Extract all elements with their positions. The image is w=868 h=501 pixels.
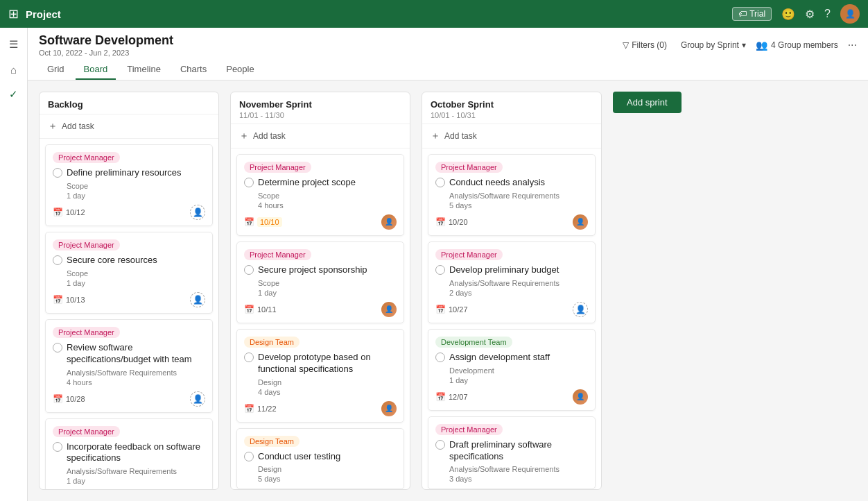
task-card[interactable]: Project ManagerSecure core resourcesScop… <box>45 232 213 314</box>
add-task-row-backlog[interactable]: ＋Add task <box>40 114 218 139</box>
task-card[interactable]: Project ManagerSecure project sponsorshi… <box>236 241 404 323</box>
card-title: Secure project sponsorship <box>258 264 367 276</box>
card-title-row: Review software specifications/budget wi… <box>53 342 205 366</box>
task-card[interactable]: Project ManagerDevelop preliminary budge… <box>428 241 596 323</box>
card-checkbox[interactable] <box>244 265 254 275</box>
calendar-icon: 📅 <box>53 394 63 404</box>
card-checkbox[interactable] <box>53 168 62 178</box>
card-duration: 2 days <box>449 289 588 297</box>
card-title-row: Develop prototype based on functional sp… <box>244 352 397 375</box>
card-checkbox[interactable] <box>244 452 254 461</box>
emoji-icon[interactable]: 🙂 <box>781 8 795 21</box>
settings-icon[interactable]: ⚙ <box>805 8 815 21</box>
card-date-value: 12/07 <box>449 393 468 401</box>
card-duration: 1 day <box>258 289 397 297</box>
card-duration: 3 days <box>449 475 588 483</box>
card-checkbox[interactable] <box>244 353 254 362</box>
tab-board[interactable]: Board <box>76 60 116 80</box>
avatar-placeholder: 👤 <box>190 205 205 220</box>
card-duration: 5 days <box>449 201 588 210</box>
card-sub: Scope <box>258 279 397 287</box>
more-options-icon[interactable]: ··· <box>848 39 857 51</box>
column-title-november: November Sprint <box>239 99 401 110</box>
project-title: Software Development <box>39 33 173 48</box>
tab-charts[interactable]: Charts <box>172 60 215 80</box>
add-task-row-october[interactable]: ＋Add task <box>422 124 601 148</box>
task-card[interactable]: Design TeamConduct user testingDesign5 d… <box>236 428 404 489</box>
help-icon[interactable]: ? <box>824 8 831 20</box>
filter-icon: ▽ <box>623 40 629 50</box>
card-checkbox[interactable] <box>53 343 62 353</box>
trial-label: Trial <box>749 9 765 19</box>
task-card[interactable]: Project ManagerDraft preliminary softwar… <box>428 416 596 489</box>
card-date: 📅10/20 <box>435 217 468 227</box>
add-task-label-october: Add task <box>444 131 477 141</box>
card-checkbox[interactable] <box>53 442 62 452</box>
card-date: 📅10/10 <box>244 217 282 227</box>
avatar-placeholder: 👤 <box>190 391 205 407</box>
card-tag: Project Manager <box>53 426 120 437</box>
group-members-button[interactable]: 👥 4 Group members <box>756 40 838 51</box>
task-card[interactable]: Project ManagerIncorporate feedback on s… <box>45 418 213 489</box>
card-checkbox[interactable] <box>244 178 254 187</box>
column-header-november: November Sprint11/01 - 11/30 <box>231 92 410 124</box>
card-date-value: 10/27 <box>449 305 468 314</box>
card-tag: Project Manager <box>435 249 503 260</box>
card-title-row: Determine project scope <box>244 177 397 189</box>
tab-people[interactable]: People <box>218 60 262 80</box>
card-footer: 📅10/28👤 <box>53 391 205 407</box>
sidebar-menu-icon[interactable]: ☰ <box>3 33 25 56</box>
card-tag: Project Manager <box>53 152 120 163</box>
filters-button[interactable]: ▽ Filters (0) <box>618 39 671 51</box>
card-sub: Analysis/Software Requirements <box>449 465 588 473</box>
project-title-row: Software Development Oct 10, 2022 - Jun … <box>39 33 857 57</box>
card-footer: 📅11/22👤 <box>244 401 397 416</box>
card-date-value: 10/13 <box>66 296 85 304</box>
card-date: 📅10/11 <box>244 305 277 314</box>
card-sub: Analysis/Software Requirements <box>449 279 588 287</box>
sidebar-tasks-icon[interactable]: ✓ <box>3 83 25 105</box>
column-dates-november: 11/01 - 11/30 <box>239 111 401 119</box>
avatar: 👤 <box>381 214 397 230</box>
add-task-row-november[interactable]: ＋Add task <box>231 124 410 148</box>
task-card[interactable]: Project ManagerReview software specifica… <box>45 319 213 413</box>
task-card[interactable]: Project ManagerDetermine project scopeSc… <box>236 154 404 236</box>
card-title-row: Conduct needs analysis <box>435 177 588 189</box>
card-tag: Project Manager <box>53 327 120 338</box>
card-duration: 4 days <box>258 388 397 396</box>
user-avatar[interactable]: 👤 <box>840 4 860 24</box>
task-card[interactable]: Development TeamAssign development staff… <box>428 329 596 411</box>
card-checkbox[interactable] <box>435 440 445 450</box>
tab-grid[interactable]: Grid <box>39 60 73 80</box>
avatar-placeholder: 👤 <box>190 292 205 307</box>
trial-button[interactable]: 🏷 Trial <box>732 7 772 21</box>
add-sprint-button[interactable]: Add sprint <box>613 92 682 113</box>
calendar-icon: 📅 <box>244 404 254 414</box>
tab-timeline[interactable]: Timeline <box>119 60 169 80</box>
card-duration: 1 day <box>67 279 205 287</box>
card-sub: Development <box>449 366 588 375</box>
card-checkbox[interactable] <box>53 255 62 265</box>
group-members-label: 4 Group members <box>771 40 838 50</box>
card-sub: Design <box>258 378 397 387</box>
topbar: ⊞ Project 🏷 Trial 🙂 ⚙ ? 👤 <box>0 0 868 28</box>
task-card[interactable]: Design TeamDevelop prototype based on fu… <box>236 329 404 423</box>
group-by-button[interactable]: Group by Sprint ▾ <box>681 40 746 50</box>
avatar: 👤 <box>381 401 397 416</box>
column-backlog: Backlog＋Add taskProject ManagerDefine pr… <box>39 92 219 490</box>
grid-icon[interactable]: ⊞ <box>8 6 19 22</box>
card-tag: Project Manager <box>53 239 120 250</box>
sidebar-home-icon[interactable]: ⌂ <box>3 58 25 80</box>
trial-icon: 🏷 <box>738 9 747 19</box>
card-footer: 📅10/10👤 <box>244 214 397 230</box>
card-footer: 📅10/11👤 <box>244 302 397 317</box>
column-header-october: October Sprint10/01 - 10/31 <box>422 92 601 124</box>
group-by-label: Group by Sprint <box>681 40 739 50</box>
card-checkbox[interactable] <box>435 178 445 187</box>
task-card[interactable]: Project ManagerDefine preliminary resour… <box>45 144 213 226</box>
task-card[interactable]: Project ManagerConduct needs analysisAna… <box>428 154 596 236</box>
card-date: 📅10/27 <box>435 305 468 314</box>
card-checkbox[interactable] <box>435 353 445 362</box>
card-tag: Design Team <box>244 436 300 447</box>
card-checkbox[interactable] <box>435 265 445 275</box>
